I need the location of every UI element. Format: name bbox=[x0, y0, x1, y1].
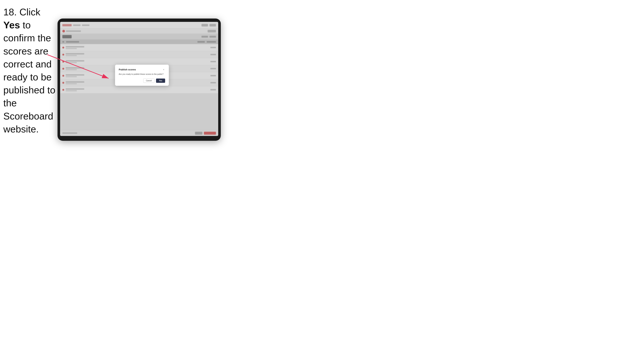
tablet: Publish scores × Are you ready to publis… bbox=[58, 18, 221, 141]
modal-close-button[interactable]: × bbox=[162, 68, 165, 71]
tablet-screen: Publish scores × Are you ready to publis… bbox=[60, 22, 218, 136]
instruction-text: 18. Click Yes to confirm the scores are … bbox=[3, 5, 57, 136]
instruction-bold: Yes bbox=[3, 20, 20, 30]
publish-scores-dialog: Publish scores × Are you ready to publis… bbox=[115, 65, 169, 86]
instruction-before-bold: Click bbox=[20, 7, 40, 17]
modal-overlay: Publish scores × Are you ready to publis… bbox=[60, 22, 218, 136]
instruction-after-bold: to confirm the scores are correct and re… bbox=[3, 20, 55, 135]
yes-button[interactable]: Yes bbox=[156, 79, 165, 83]
modal-title: Publish scores bbox=[119, 68, 136, 71]
cancel-button[interactable]: Cancel bbox=[143, 79, 154, 83]
modal-message: Are you ready to publish these scores to… bbox=[119, 73, 165, 76]
modal-header: Publish scores × bbox=[119, 68, 165, 71]
step-number: 18. bbox=[3, 7, 17, 17]
modal-footer: Cancel Yes bbox=[119, 79, 165, 83]
